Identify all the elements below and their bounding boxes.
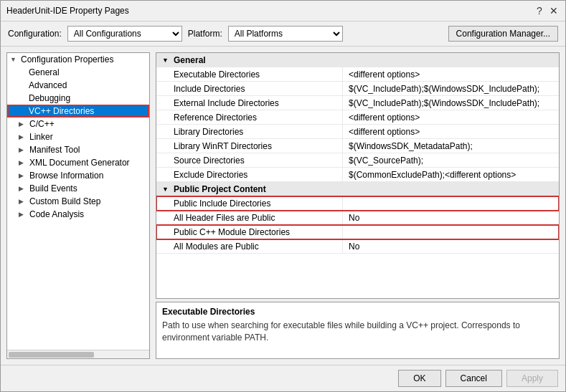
section-label: Public Project Content <box>174 184 266 194</box>
tree-item-label: Manifest Tool <box>29 145 80 155</box>
scroll-thumb <box>9 352 94 358</box>
table-row[interactable]: Reference Directories<different options> <box>156 110 559 125</box>
main-content: ▼Configuration PropertiesGeneralAdvanced… <box>1 47 565 365</box>
tree-item-label: Debugging <box>29 93 70 103</box>
toolbar: Configuration: All Configurations Platfo… <box>1 21 565 47</box>
property-value: <different options> <box>343 110 559 124</box>
bottom-bar: OK Cancel Apply <box>1 365 565 391</box>
tree-item-build-events[interactable]: ▶Build Events <box>7 182 149 195</box>
tree-arrow-icon: ▶ <box>19 198 27 205</box>
property-value <box>343 196 559 210</box>
tree-arrow-icon: ▶ <box>19 211 27 218</box>
tree-item-label: Code Analysis <box>29 209 84 219</box>
property-name: Exclude Directories <box>156 168 343 181</box>
horizontal-scrollbar[interactable] <box>7 350 149 358</box>
tree-arrow-icon: ▶ <box>19 172 27 179</box>
section-toggle-icon: ▼ <box>162 186 171 193</box>
property-name: Public C++ Module Directories <box>156 225 343 239</box>
tree-item-label: C/C++ <box>29 119 55 129</box>
tree-item-label: XML Document Generator <box>29 158 130 168</box>
table-row[interactable]: Library Directories<different options> <box>156 125 559 139</box>
properties-panel: ▼GeneralExecutable Directories<different… <box>156 52 560 359</box>
property-name: Executable Directories <box>156 67 343 81</box>
tree-item-manifest-tool[interactable]: ▶Manifest Tool <box>7 143 149 156</box>
platform-select[interactable]: All Platforms <box>228 26 343 42</box>
property-name: All Header Files are Public <box>156 211 343 224</box>
tree-arrow-icon: ▶ <box>19 185 27 192</box>
property-value <box>343 225 559 239</box>
tree-item-label: Browse Information <box>29 171 103 181</box>
tree-item-custom-build[interactable]: ▶Custom Build Step <box>7 195 149 208</box>
tree-item-label: Linker <box>29 132 53 142</box>
table-row[interactable]: Include Directories$(VC_IncludePath);$(W… <box>156 82 559 96</box>
property-value: $(WindowsSDK_MetadataPath); <box>343 139 559 153</box>
property-name: Include Directories <box>156 82 343 95</box>
tree-item-xml-doc[interactable]: ▶XML Document Generator <box>7 156 149 169</box>
apply-button[interactable]: Apply <box>506 370 558 387</box>
tree-item-debugging[interactable]: Debugging <box>7 92 149 105</box>
ok-button[interactable]: OK <box>398 370 440 387</box>
property-value: <different options> <box>343 125 559 138</box>
property-name: Source Directories <box>156 153 343 167</box>
property-name: Library Directories <box>156 125 343 138</box>
close-button[interactable]: ✕ <box>548 5 560 16</box>
tree-item-label: General <box>29 67 60 77</box>
section-header-general[interactable]: ▼General <box>156 53 559 67</box>
window-title: HeaderUnit-IDE Property Pages <box>6 6 129 16</box>
section-label: General <box>174 55 206 65</box>
table-row[interactable]: External Include Directories$(VC_Include… <box>156 96 559 110</box>
property-name: Reference Directories <box>156 110 343 124</box>
tree-item-vc-dirs[interactable]: VC++ Directories <box>7 105 149 118</box>
table-row[interactable]: Library WinRT Directories$(WindowsSDK_Me… <box>156 139 559 153</box>
property-value: No <box>343 239 559 253</box>
tree-item-cpp[interactable]: ▶C/C++ <box>7 118 149 130</box>
table-row[interactable]: Executable Directories<different options… <box>156 67 559 82</box>
platform-label: Platform: <box>188 29 222 39</box>
property-name: Public Include Directories <box>156 196 343 210</box>
title-bar-controls: ? ✕ <box>534 5 560 16</box>
tree-arrow-icon: ▶ <box>19 159 27 166</box>
config-select[interactable]: All Configurations <box>67 26 182 42</box>
property-pages-window: HeaderUnit-IDE Property Pages ? ✕ Config… <box>0 0 566 392</box>
property-value: $(VC_IncludePath);$(WindowsSDK_IncludePa… <box>343 82 559 95</box>
table-row[interactable]: All Modules are PublicNo <box>156 239 559 254</box>
table-row[interactable]: Exclude Directories$(CommonExcludePath);… <box>156 168 559 182</box>
tree-arrow-icon: ▶ <box>19 133 27 140</box>
property-value: $(CommonExcludePath);<different options> <box>343 168 559 181</box>
help-button[interactable]: ? <box>534 5 545 16</box>
section-toggle-icon: ▼ <box>162 57 171 64</box>
table-row[interactable]: Source Directories$(VC_SourcePath); <box>156 153 559 168</box>
description-text: Path to use when searching for executabl… <box>162 320 553 344</box>
tree-arrow-icon: ▼ <box>10 56 19 63</box>
table-row[interactable]: All Header Files are PublicNo <box>156 211 559 225</box>
property-name: External Include Directories <box>156 96 343 110</box>
table-row[interactable]: Public C++ Module Directories <box>156 225 559 239</box>
tree-item-general[interactable]: General <box>7 66 149 79</box>
cancel-button[interactable]: Cancel <box>445 370 502 387</box>
tree-item-label: Advanced <box>29 80 67 90</box>
tree-item-linker[interactable]: ▶Linker <box>7 130 149 143</box>
title-bar: HeaderUnit-IDE Property Pages ? ✕ <box>1 1 565 21</box>
config-label: Configuration: <box>8 29 62 39</box>
tree-item-advanced[interactable]: Advanced <box>7 79 149 92</box>
tree-item-config-props[interactable]: ▼Configuration Properties <box>7 53 149 66</box>
property-name: All Modules are Public <box>156 239 343 253</box>
tree-arrow-icon: ▶ <box>19 120 27 128</box>
tree-arrow-icon: ▶ <box>19 146 27 153</box>
properties-table: ▼GeneralExecutable Directories<different… <box>156 52 560 299</box>
tree-item-label: Custom Build Step <box>29 196 100 206</box>
property-value: <different options> <box>343 67 559 81</box>
property-value: $(VC_IncludePath);$(WindowsSDK_IncludePa… <box>343 96 559 110</box>
section-header-public-project-content[interactable]: ▼Public Project Content <box>156 182 559 196</box>
tree-item-code-analysis[interactable]: ▶Code Analysis <box>7 208 149 221</box>
table-row[interactable]: Public Include Directories <box>156 196 559 211</box>
property-value: $(VC_SourcePath); <box>343 153 559 167</box>
tree-item-browse-info[interactable]: ▶Browse Information <box>7 169 149 182</box>
description-title: Executable Directories <box>162 307 553 317</box>
config-manager-button[interactable]: Configuration Manager... <box>448 26 558 42</box>
tree-item-label: Build Events <box>29 183 77 193</box>
tree-panel: ▼Configuration PropertiesGeneralAdvanced… <box>7 53 149 350</box>
property-value: No <box>343 211 559 224</box>
tree-item-label: VC++ Directories <box>29 106 94 116</box>
tree-item-label: Configuration Properties <box>21 54 113 64</box>
